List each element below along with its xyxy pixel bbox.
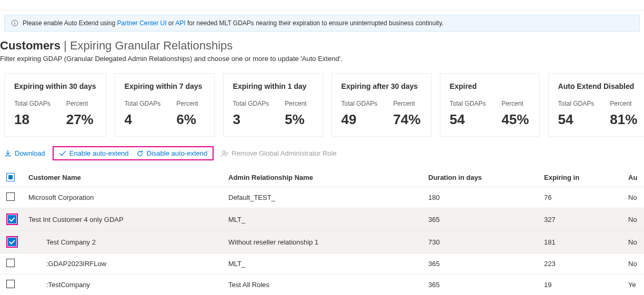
col-customer-name[interactable]: Customer Name (23, 168, 223, 187)
info-icon (11, 19, 18, 27)
svg-point-1 (14, 22, 15, 22)
auto-extend-highlight: Enable auto-extend Disable auto-extend (53, 146, 214, 160)
table-row[interactable]: Test Int Customer 4 only GDAP MLT_ 365 3… (0, 208, 644, 231)
card-expiring-7[interactable]: Expiring within 7 days Total GDAPs4 Perc… (115, 73, 215, 137)
page-title: Customers | Expiring Granular Relationsh… (0, 39, 644, 53)
table-row[interactable]: :GDAP2023IRFLow MLT_ 365 223 No (0, 253, 644, 274)
row-checkbox[interactable] (6, 192, 15, 201)
gdap-table: Customer Name Admin Relationship Name Du… (0, 168, 644, 295)
row-checkbox[interactable] (8, 215, 16, 223)
check-icon (59, 150, 66, 157)
col-auto-extend[interactable]: Au (623, 168, 644, 187)
col-relationship-name[interactable]: Admin Relationship Name (223, 168, 423, 187)
info-banner: Please enable Auto Extend using Partner … (4, 15, 640, 32)
summary-cards: Expiring within 30 days Total GDAPs18 Pe… (0, 73, 644, 137)
banner-text-suffix: for needed MLT GDAPs nearing their expir… (187, 19, 444, 27)
col-duration[interactable]: Duration in days (423, 168, 539, 187)
select-all-checkbox[interactable] (6, 173, 15, 181)
refresh-disable-icon (136, 150, 144, 157)
card-auto-extend-disabled[interactable]: Auto Extend Disabled Total GDAPs54 Perce… (548, 73, 644, 137)
row-checkbox[interactable] (6, 259, 15, 267)
row-checkbox[interactable] (6, 280, 15, 288)
enable-auto-extend-button[interactable]: Enable auto-extend (59, 149, 129, 157)
banner-link-api[interactable]: API (175, 19, 185, 27)
banner-link-partnercenter[interactable]: Partner Center UI (117, 19, 166, 27)
remove-global-admin-button: Remove Global Administrator Role (221, 149, 336, 157)
page-description: Filter expiring GDAP (Granular Delegated… (0, 55, 644, 63)
card-expired[interactable]: Expired Total GDAPs54 Percent45% (440, 73, 540, 137)
banner-text-prefix: Please enable Auto Extend using (23, 19, 117, 27)
download-icon (4, 150, 12, 157)
svg-point-3 (223, 150, 225, 153)
disable-auto-extend-button[interactable]: Disable auto-extend (136, 149, 208, 157)
toolbar: Download Enable auto-extend Disable auto… (4, 146, 640, 160)
card-expiring-30[interactable]: Expiring within 30 days Total GDAPs18 Pe… (4, 73, 106, 137)
table-row[interactable]: Microsoft Corporation Default_TEST_ 180 … (0, 187, 644, 208)
table-row[interactable]: Test Company 2 Without reseller relation… (0, 231, 644, 253)
card-expiring-1[interactable]: Expiring within 1 day Total GDAPs3 Perce… (223, 73, 323, 137)
person-remove-icon (221, 150, 228, 157)
svg-rect-2 (14, 23, 15, 25)
row-checkbox[interactable] (8, 238, 16, 246)
table-row[interactable]: :TestCompany Test All Roles 365 19 Ye (0, 274, 644, 296)
col-expiring-in[interactable]: Expiring in (539, 168, 623, 187)
download-button[interactable]: Download (4, 149, 45, 157)
card-expiring-after-30[interactable]: Expiring after 30 days Total GDAPs49 Per… (331, 73, 431, 137)
